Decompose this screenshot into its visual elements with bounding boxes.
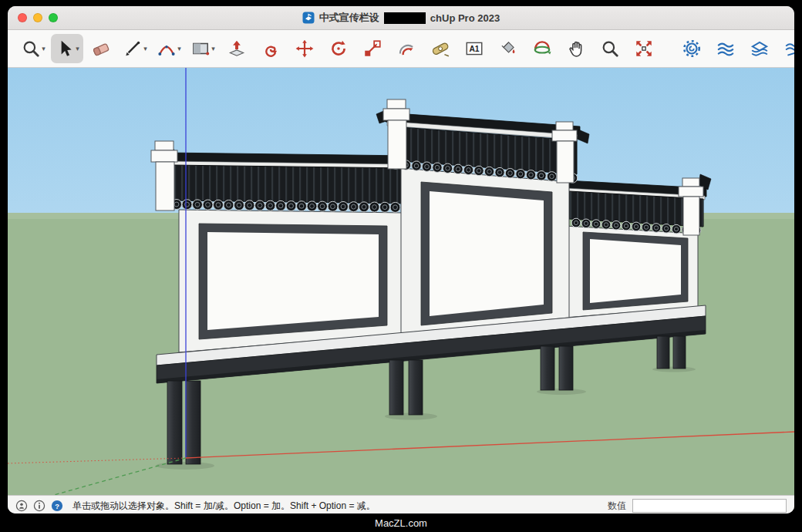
- geolocation-icon[interactable]: [15, 500, 28, 512]
- zoom-extents-icon: [634, 39, 654, 59]
- move-icon: [295, 39, 315, 59]
- sketchup-logo-icon: [302, 12, 315, 24]
- dimension-icon: A1: [464, 39, 484, 59]
- tool-pan-button[interactable]: [560, 34, 592, 63]
- zoom-icon: [600, 39, 620, 59]
- tool-fog-button[interactable]: [709, 34, 742, 63]
- app-window: 中式宣传栏设 chUp Pro 2023 ▾▾▾▾▾A1: [8, 6, 794, 513]
- tool-arc-button[interactable]: ▾: [153, 34, 185, 63]
- model-left-panel[interactable]: [151, 141, 416, 352]
- rotate-icon: [329, 39, 349, 59]
- tool-zoom-tools-button[interactable]: ▾: [17, 34, 49, 63]
- arc-icon: [157, 39, 177, 59]
- chevron-down-icon: ▾: [211, 45, 215, 52]
- sandbox-icon: [783, 39, 794, 59]
- zoom-tools-icon: [21, 39, 41, 59]
- credits-icon[interactable]: [33, 500, 45, 512]
- svg-text:?: ?: [55, 503, 59, 510]
- tool-soften-edges-button[interactable]: [743, 34, 776, 63]
- zoom-window-button[interactable]: [49, 13, 58, 22]
- svg-text:A1: A1: [469, 45, 479, 53]
- tool-rotate-button[interactable]: [322, 34, 355, 63]
- minimize-button[interactable]: [33, 13, 42, 22]
- watermark: MacZL.com: [0, 513, 802, 532]
- fog-icon: [716, 39, 736, 59]
- tool-dimension-button[interactable]: A1: [458, 34, 490, 63]
- orbit-icon: [532, 39, 552, 59]
- shapes-icon: [190, 39, 211, 59]
- soften-edges-icon: [750, 39, 770, 59]
- tool-follow-me-button[interactable]: [254, 34, 287, 63]
- chevron-down-icon: ▾: [177, 45, 181, 52]
- measurement-input[interactable]: [632, 499, 787, 513]
- title-text-right: chUp Pro 2023: [430, 12, 500, 24]
- tool-line-button[interactable]: ▾: [119, 34, 151, 63]
- redaction-box: [384, 12, 426, 24]
- tool-extensions-button[interactable]: [676, 34, 708, 63]
- chevron-down-icon: ▾: [143, 45, 147, 52]
- help-icon[interactable]: ?: [51, 500, 63, 512]
- tool-sandbox-button[interactable]: [777, 34, 794, 63]
- tool-offset-button[interactable]: [390, 34, 423, 63]
- pan-icon: [566, 39, 586, 59]
- window-title: 中式宣传栏设 chUp Pro 2023: [302, 11, 500, 25]
- traffic-lights: [18, 6, 58, 29]
- eraser-icon: [91, 39, 111, 59]
- tape-measure-icon: [430, 39, 450, 59]
- model-center-panel[interactable]: [376, 99, 589, 333]
- status-hint: 单击或拖动以选择对象。Shift = 加/减。Option = 加。Shift …: [72, 500, 376, 513]
- close-button[interactable]: [18, 13, 27, 22]
- title-text-left: 中式宣传栏设: [319, 11, 379, 25]
- line-icon: [123, 39, 143, 59]
- viewport-canvas[interactable]: [8, 68, 794, 495]
- tool-push-pull-button[interactable]: [221, 34, 253, 63]
- tool-zoom-extents-button[interactable]: [628, 34, 660, 63]
- scale-icon: [362, 39, 382, 59]
- tool-scale-button[interactable]: [356, 34, 389, 63]
- tool-move-button[interactable]: [288, 34, 321, 63]
- tool-paint-bucket-button[interactable]: [492, 34, 524, 63]
- tool-orbit-button[interactable]: [526, 34, 558, 63]
- tool-eraser-button[interactable]: [85, 34, 117, 63]
- statusbar: ? 单击或拖动以选择对象。Shift = 加/减。Option = 加。Shif…: [8, 495, 794, 513]
- tool-shapes-button[interactable]: ▾: [187, 34, 219, 63]
- offset-icon: [396, 39, 416, 59]
- select-icon: [55, 39, 75, 59]
- watermark-text: MacZL.com: [375, 517, 427, 529]
- follow-me-icon: [261, 39, 281, 59]
- extensions-icon: [682, 39, 702, 59]
- push-pull-icon: [227, 39, 247, 59]
- model-right-panel[interactable]: [564, 174, 711, 318]
- measurement-label: 数值: [608, 500, 626, 513]
- paint-bucket-icon: [498, 39, 518, 59]
- chevron-down-icon: ▾: [42, 45, 45, 52]
- tool-select-button[interactable]: ▾: [51, 34, 83, 63]
- chevron-down-icon: ▾: [76, 45, 79, 52]
- toolbar: ▾▾▾▾▾A1: [8, 30, 794, 68]
- tool-tape-measure-button[interactable]: [424, 34, 457, 63]
- tool-zoom-button[interactable]: [594, 34, 626, 63]
- titlebar: 中式宣传栏设 chUp Pro 2023: [8, 6, 794, 30]
